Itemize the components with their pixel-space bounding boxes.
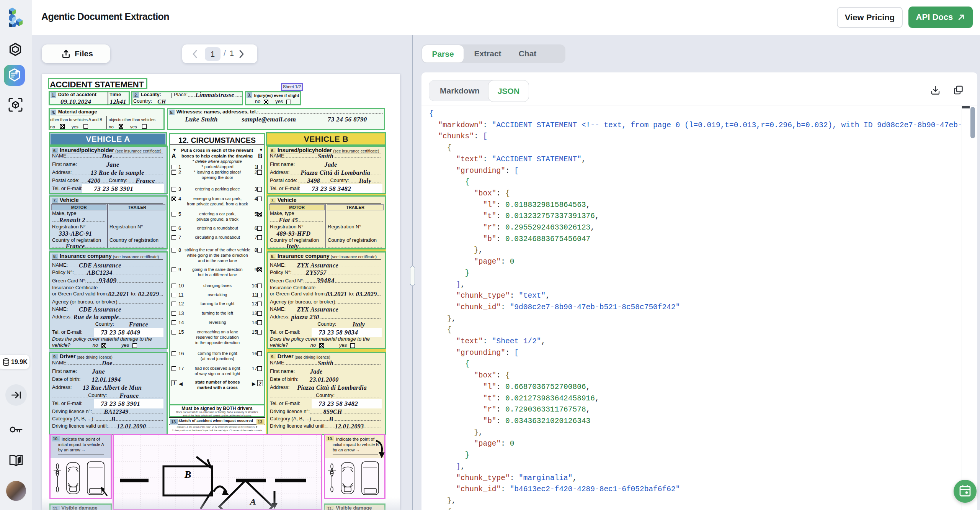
svg-text:B: B (184, 469, 191, 480)
svg-text:A: A (249, 497, 256, 507)
